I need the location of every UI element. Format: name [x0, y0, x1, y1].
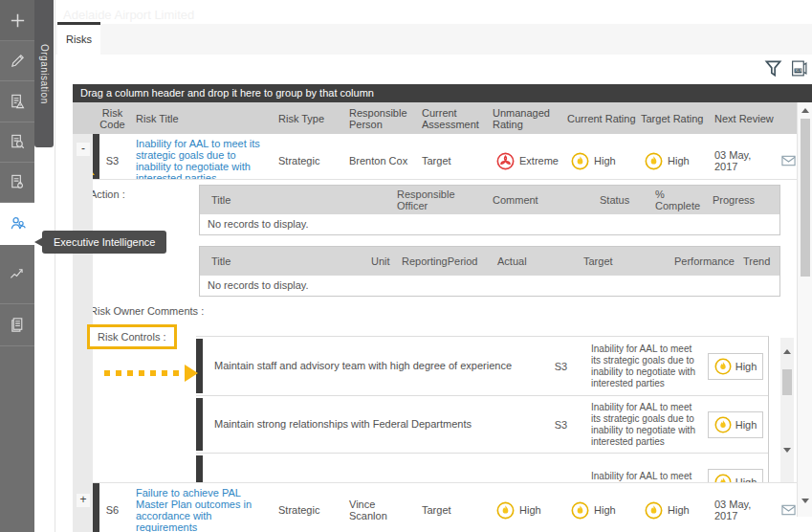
control-row[interactable]: Maintain strong relationships with Feder…: [196, 396, 768, 454]
actions-table-header: Title Responsible Officer Comment Status…: [200, 186, 779, 214]
actions-col-responsible-officer[interactable]: Responsible Officer: [385, 188, 481, 211]
document-warning-icon: [9, 93, 27, 111]
tab-risks[interactable]: Risks: [57, 22, 100, 55]
document-search-icon: [9, 133, 27, 151]
extreme-fan-icon: [496, 152, 515, 170]
risk-row-s6[interactable]: S6 Failure to achieve PAL Master Plan ou…: [73, 483, 798, 532]
indicators-col-actual[interactable]: Actual: [486, 255, 572, 267]
flame-icon: [645, 152, 663, 170]
risk-type: Strategic: [274, 483, 345, 532]
control-row[interactable]: Inability for AAL to meet its strategic …: [196, 454, 768, 483]
action-label: Action :: [90, 188, 125, 200]
actions-col-progress[interactable]: Progress: [701, 194, 779, 206]
sidebar-item-risk-review[interactable]: [0, 122, 34, 163]
control-title: [203, 477, 535, 484]
sidebar-item-performance-trend[interactable]: [0, 245, 34, 304]
current-rating: High: [563, 483, 637, 532]
risk-title-link[interactable]: Inability for AAL to meet its strategic …: [136, 138, 271, 184]
header-risk-type[interactable]: Risk Type: [274, 102, 345, 134]
control-accent-bar: [196, 398, 203, 451]
header-responsible-person[interactable]: Responsible Person: [345, 102, 418, 134]
annotation-horizontal-arrow: [104, 365, 198, 382]
control-title: Maintain strong relationships with Feder…: [203, 412, 535, 436]
mail-icon[interactable]: [781, 155, 796, 166]
sidebar-item-executive-intelligence[interactable]: [0, 203, 34, 245]
scroll-down-arrow-icon[interactable]: [801, 499, 809, 503]
scroll-up-arrow-icon[interactable]: [783, 349, 791, 354]
control-risk-description: Inability for AAL to meet its strategic …: [587, 339, 702, 394]
responsible-person: Vince Scanlon: [345, 483, 418, 532]
actions-empty-message: No records to display.: [200, 214, 779, 234]
control-risk-code: S3: [535, 361, 587, 372]
risk-owner-comments-label: Risk Owner Comments :: [90, 305, 204, 317]
risk-row-s3[interactable]: S3 Inability for AAL to meet its strateg…: [73, 134, 798, 179]
actions-table: Title Responsible Officer Comment Status…: [199, 185, 780, 235]
page-title: Adelaide Airport Limited: [63, 8, 194, 22]
header-risk-code[interactable]: Risk Code: [93, 102, 132, 134]
header-target-rating[interactable]: Target Rating: [637, 102, 711, 134]
actions-col-title[interactable]: Title: [200, 194, 385, 206]
current-assessment: Target: [418, 483, 489, 532]
header-unmanaged-rating[interactable]: Unmanaged Rating: [489, 102, 563, 134]
filter-icon[interactable]: [764, 59, 782, 78]
group-drop-zone[interactable]: Drag a column header and drop it here to…: [73, 84, 812, 102]
organisation-tab-label: Organisation: [39, 44, 50, 104]
scroll-down-arrow-icon[interactable]: [783, 448, 791, 453]
actions-col-comment[interactable]: Comment: [481, 194, 588, 206]
expand-row-button[interactable]: +: [77, 494, 90, 507]
actions-col-complete[interactable]: % Complete: [644, 188, 701, 211]
plus-icon: [9, 11, 27, 30]
risk-controls-label: Risk Controls :: [98, 331, 166, 343]
report-document-icon: [9, 316, 27, 334]
pencil-icon: [9, 52, 27, 70]
header-next-review[interactable]: Next Review: [711, 102, 778, 134]
indicators-table-header: Title Unit ReportingPeriod Actual Target…: [200, 247, 779, 276]
flame-icon: [714, 416, 732, 433]
tabstrip: Risks: [55, 24, 812, 55]
control-row[interactable]: Maintain staff and advisory team with hi…: [196, 337, 768, 396]
flame-icon: [571, 501, 589, 520]
app-window: Organisation Executive Intelligence Adel…: [0, 0, 812, 532]
risk-controls-list: Maintain staff and advisory team with hi…: [196, 336, 769, 483]
indicators-empty-message: No records to display.: [200, 276, 779, 296]
indicators-col-unit[interactable]: Unit: [360, 255, 390, 267]
executive-intelligence-tooltip: Executive Intelligence: [42, 231, 166, 254]
export-excel-icon[interactable]: XLS: [790, 59, 808, 78]
controls-scrollbar[interactable]: [780, 338, 794, 483]
header-current-rating[interactable]: Current Rating: [563, 102, 637, 134]
actions-col-status[interactable]: Status: [588, 194, 644, 206]
control-title: Maintain staff and advisory team with hi…: [203, 354, 535, 378]
organisation-vertical-tab[interactable]: Organisation: [34, 0, 54, 147]
collapse-row-button[interactable]: -: [77, 143, 90, 156]
flame-icon: [714, 474, 732, 484]
grid-header-row: Risk Code Risk Title Risk Type Responsib…: [73, 102, 798, 134]
control-rating-badge: High: [708, 411, 764, 438]
control-risk-code: S3: [535, 419, 587, 431]
control-risk-description: Inability for AAL to meet its strategic …: [587, 397, 702, 453]
flame-icon: [496, 501, 515, 520]
scrollbar-thumb[interactable]: [801, 119, 810, 277]
indicators-col-title[interactable]: Title: [200, 255, 360, 267]
next-review-date: 03 May, 2017: [711, 483, 778, 532]
sidebar-item-reports[interactable]: [0, 304, 34, 346]
scrollbar-thumb[interactable]: [782, 369, 792, 395]
indicators-col-target[interactable]: Target: [572, 255, 663, 267]
mail-icon[interactable]: [781, 504, 796, 516]
indicators-col-performance[interactable]: Performance: [663, 255, 732, 267]
grid-scrollbar[interactable]: [797, 102, 812, 517]
header-risk-title[interactable]: Risk Title: [132, 102, 274, 134]
control-rating-badge: High: [708, 353, 764, 380]
indicators-col-trend[interactable]: Trend: [732, 255, 779, 267]
sidebar-item-risk-incident[interactable]: [0, 163, 34, 203]
risk-detail-panel: Action : Title Responsible Officer Comme…: [73, 179, 798, 483]
sidebar-item-risk-register[interactable]: [0, 81, 34, 122]
sidebar-item-add[interactable]: [0, 0, 34, 41]
trend-line-icon: [9, 265, 27, 283]
header-current-assessment[interactable]: Current Assessment: [418, 102, 489, 134]
control-rating-badge: High: [708, 469, 764, 484]
indicators-col-reportingperiod[interactable]: ReportingPeriod: [390, 255, 486, 267]
scroll-up-arrow-icon[interactable]: [801, 108, 809, 113]
sidebar-item-edit[interactable]: [0, 41, 34, 81]
indicators-table: Title Unit ReportingPeriod Actual Target…: [199, 246, 780, 297]
risk-title-link[interactable]: Failure to achieve PAL Master Plan outco…: [136, 487, 271, 532]
